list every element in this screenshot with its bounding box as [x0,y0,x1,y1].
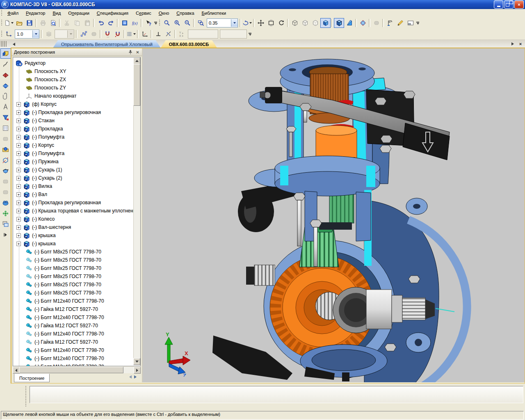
tree-item[interactable]: +(-) Вилка [16,182,52,190]
tab-postroenie[interactable]: Построение [14,374,50,382]
layer-dropdown-icon[interactable] [67,30,74,38]
sheet-body-button[interactable] [0,80,11,91]
tree-item[interactable]: (-) Болт M12x40 ГОСТ 7798-70 [25,363,104,366]
menu-item-8[interactable]: Справка [173,10,198,16]
simplified-view-button[interactable] [371,18,381,28]
edit-part-button[interactable] [0,48,11,59]
expander-icon[interactable]: + [16,110,21,115]
tree-item[interactable]: Начало координат [25,92,77,100]
tree-item[interactable]: (-) Болт M12x40 ГОСТ 7798-70 [25,297,104,305]
tree-item[interactable]: (-) Болт M8x25 ГОСТ 7798-70 [25,248,101,256]
undo-button[interactable] [96,18,106,28]
scale-combo[interactable]: 0.35 [207,18,238,27]
step-dropdown-icon[interactable] [32,30,39,38]
tree-item[interactable]: +(-) Колесо [16,215,55,223]
orientation-button[interactable] [358,18,368,28]
tree-item[interactable]: Плоскость ZY [25,84,66,92]
print-preview-button[interactable] [48,18,58,28]
tree-item[interactable]: Плоскость ZX [25,75,66,84]
menu-item-1[interactable]: Файл [4,10,22,16]
expander-icon[interactable]: + [16,184,21,189]
paste-button[interactable] [82,18,92,28]
coord-y-field[interactable] [220,30,247,39]
local-cs-button[interactable] [139,29,150,39]
ortho-drawing-button[interactable] [153,29,163,39]
menu-item-2[interactable]: Редактор [22,10,49,16]
variables-button[interactable]: f(x) [130,18,140,28]
dimensions-3d-button[interactable] [0,155,11,165]
tab-scroll-right-icon[interactable] [509,41,516,47]
menu-item-3[interactable]: Вид [49,10,64,16]
open-document-button[interactable] [14,18,24,28]
tree-item[interactable]: +(ф) Корпус [16,100,57,108]
coord-x-field[interactable] [188,30,218,39]
tree-item[interactable]: (-) Гайка M12 ГОСТ 5927-70 [25,322,98,330]
menu-item-5[interactable]: Спецификация [93,10,132,16]
expander-icon[interactable]: + [16,127,21,131]
tree-item[interactable]: +(-) Прокладка регулировачная [16,199,101,207]
zoom-rect-button[interactable] [196,18,206,28]
build-tree-toggle-button[interactable] [385,18,395,28]
model-viewport[interactable]: Y X Z [143,48,525,382]
tree-item[interactable]: (-) Болт M12x40 ГОСТ 7798-70 [25,330,104,338]
redo-button[interactable] [106,18,116,28]
menu-item-9[interactable]: Библиотеки [198,10,230,16]
new-document-button[interactable] [4,18,14,28]
sketch-mode-button[interactable] [395,18,405,28]
menu-item-4[interactable]: Операции [64,10,93,16]
scroll-left-icon[interactable] [13,367,20,374]
zoom-select-button[interactable] [162,18,172,28]
snap-settings-button[interactable] [163,29,173,39]
minimize-button[interactable] [494,0,503,9]
document-tab-2[interactable]: ОВХ.600.03.000СБ [161,40,217,48]
tree-item[interactable]: +(-) Сухарь (2) [16,174,62,182]
copy-button[interactable] [72,18,82,28]
expander-icon[interactable]: + [16,225,21,230]
next-tab-icon[interactable] [134,375,138,379]
tree-item[interactable]: +(-) Сухарь (1) [16,166,62,174]
expander-icon[interactable]: + [16,209,21,213]
toolbar-overflow-icon[interactable] [153,18,158,27]
surface-tool-button[interactable] [0,70,11,80]
sketch-nodes-button[interactable] [78,29,89,39]
tree-item[interactable]: +(-) Вал [16,190,47,199]
tree-item[interactable]: +(-) Корпус [16,141,54,149]
specification-button[interactable] [119,18,130,28]
fit-all-button[interactable] [266,18,276,28]
aux-geometry-button[interactable] [0,134,11,144]
insert-part-button[interactable] [0,144,11,155]
tree-item[interactable]: +(-) крышка [16,231,56,240]
expander-icon[interactable]: + [16,143,21,148]
scroll-thumb[interactable] [133,64,140,106]
scroll-up-icon[interactable] [133,57,140,64]
attachments-button[interactable] [0,91,11,101]
hidden-lines-removed-button[interactable] [300,18,310,28]
zoom-out-button[interactable] [182,18,192,28]
tree-item[interactable]: (-) Болт M12x40 ГОСТ 7798-70 [25,354,104,363]
array-operations-button[interactable] [0,176,11,187]
expander-icon[interactable]: + [16,168,21,172]
scroll-thumb[interactable] [19,367,123,373]
print-button[interactable] [38,18,48,28]
toolbar-overflow-icon[interactable] [415,18,420,27]
current-step-button[interactable] [4,29,14,39]
toolbar-grip[interactable] [159,20,161,26]
tree-item[interactable]: +(-) Стакан [16,116,55,125]
shaded-button[interactable] [320,18,331,28]
filter-objects-button[interactable] [0,112,11,123]
tree-item[interactable]: +(-) Прокладка регулировочная [16,108,101,116]
expander-icon[interactable]: + [16,160,21,164]
shaded-with-edges-button[interactable] [334,18,344,28]
tree-item[interactable]: +(-) Крышка торцевая с манжетным уплотне… [16,207,141,215]
expander-icon[interactable]: + [16,102,21,107]
coord-yx-button[interactable]: YX [177,29,187,39]
property-bar-grip[interactable] [25,386,27,406]
document-close-icon[interactable]: × [517,41,524,47]
tree-item[interactable]: (-) Болт M8x25 ГОСТ 7798-70 [25,264,101,272]
document-tab-1[interactable]: Опрыскиватель Вентиляторный Хлопковый [53,40,161,48]
measure-button[interactable] [0,102,11,112]
layer-combo[interactable] [55,30,74,39]
tab-scroll-left-icon[interactable] [11,41,17,47]
prev-tab-icon[interactable] [128,375,132,379]
tree-item[interactable]: +(-) Полумуфта [16,133,64,141]
